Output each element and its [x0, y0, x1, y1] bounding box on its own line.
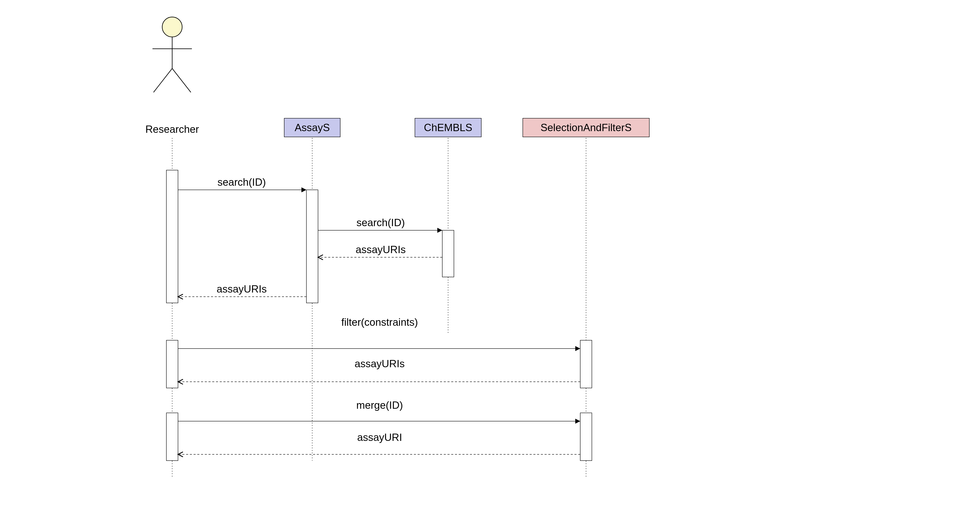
- message-2-label: assayURIs: [356, 244, 406, 255]
- participant-assayS: AssayS: [284, 118, 340, 190]
- actor-researcher: Researcher: [145, 17, 199, 170]
- message-7-label: assayURI: [357, 432, 402, 443]
- activation-selection-2: [580, 413, 592, 460]
- svg-line-3: [154, 69, 172, 92]
- participant-chemblS-label: ChEMBLS: [424, 122, 472, 134]
- message-6-label: merge(ID): [356, 399, 403, 411]
- actor-researcher-label: Researcher: [145, 123, 199, 135]
- participant-chemblS: ChEMBLS: [415, 118, 481, 230]
- participant-selectionAndFilterS: SelectionAndFilterS: [523, 118, 649, 340]
- activation-researcher-3: [166, 413, 178, 460]
- svg-point-0: [162, 17, 182, 37]
- message-3-label: assayURIs: [216, 283, 267, 295]
- activation-researcher-2: [166, 340, 178, 388]
- sequence-diagram: Researcher AssayS ChEMBLS SelectionAndFi…: [0, 0, 980, 505]
- activation-assayS: [306, 190, 318, 303]
- message-0-label: search(ID): [217, 176, 266, 188]
- message-5-label: assayURIs: [355, 358, 405, 370]
- participant-selectionAndFilterS-label: SelectionAndFilterS: [541, 122, 632, 134]
- message-4-label: filter(constraints): [341, 316, 418, 328]
- participant-assayS-label: AssayS: [294, 122, 330, 134]
- activation-selection-1: [580, 340, 592, 388]
- activation-researcher-1: [166, 170, 178, 303]
- activation-chemblS: [442, 230, 454, 277]
- svg-line-4: [172, 69, 191, 92]
- message-1-label: search(ID): [356, 217, 405, 228]
